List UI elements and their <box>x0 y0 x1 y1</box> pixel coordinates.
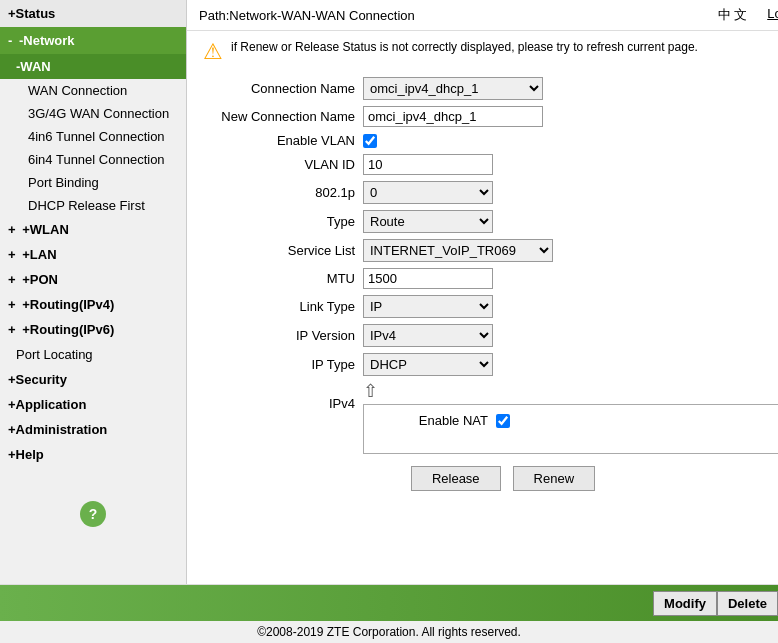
sidebar-item-lan[interactable]: +LAN <box>0 242 186 267</box>
sidebar-item-4in6[interactable]: 4in6 Tunnel Connection <box>0 125 186 148</box>
sidebar-item-routing-ipv4[interactable]: +Routing(IPv4) <box>0 292 186 317</box>
vlan-8021p-row: 802.1p 0 1 2 3 <box>203 181 778 204</box>
sidebar-6in4-label: 6in4 Tunnel Connection <box>28 152 165 167</box>
vlan-id-label: VLAN ID <box>203 157 363 172</box>
sidebar-item-status[interactable]: +Status <box>0 0 186 27</box>
sidebar-network-label: -Network <box>19 33 75 48</box>
sidebar-item-port-binding[interactable]: Port Binding <box>0 171 186 194</box>
footer-green-bar: Modify Delete <box>0 585 778 621</box>
enable-vlan-checkbox[interactable] <box>363 134 377 148</box>
vlan-id-row: VLAN ID <box>203 154 778 175</box>
type-row: Type Route Bridge <box>203 210 778 233</box>
sidebar-help-label: +Help <box>8 447 44 462</box>
warning-box: ⚠ if Renew or Release Status is not corr… <box>203 39 778 65</box>
sidebar-item-pon[interactable]: +PON <box>0 267 186 292</box>
action-buttons: Release Renew <box>203 466 778 491</box>
new-connection-name-label: New Connection Name <box>203 109 363 124</box>
service-list-row: Service List INTERNET_VoIP_TR069 <box>203 239 778 262</box>
vlan-8021p-label: 802.1p <box>203 185 363 200</box>
ip-version-select[interactable]: IPv4 IPv6 <box>363 324 493 347</box>
sidebar-item-port-locating[interactable]: Port Locating <box>0 342 186 367</box>
link-type-select[interactable]: IP PPPoE <box>363 295 493 318</box>
language-switch[interactable]: 中 文 <box>718 6 748 24</box>
sidebar-dhcp-release-label: DHCP Release First <box>28 198 145 213</box>
sidebar-lan-label: +LAN <box>22 247 56 262</box>
ipv4-section: Enable NAT <box>363 404 778 454</box>
ipv4-collapse-arrow[interactable]: ⇧ <box>363 381 378 401</box>
link-type-label: Link Type <box>203 299 363 314</box>
enable-nat-row: Enable NAT <box>376 413 778 428</box>
sidebar-item-routing-ipv6[interactable]: +Routing(IPv6) <box>0 317 186 342</box>
breadcrumb: Path:Network-WAN-WAN Connection <box>199 8 415 23</box>
enable-nat-label: Enable NAT <box>376 413 496 428</box>
release-button[interactable]: Release <box>411 466 501 491</box>
vlan-8021p-select[interactable]: 0 1 2 3 <box>363 181 493 204</box>
sidebar-security-label: +Security <box>8 372 67 387</box>
sidebar-3g4g-label: 3G/4G WAN Connection <box>28 106 169 121</box>
link-type-row: Link Type IP PPPoE <box>203 295 778 318</box>
sidebar-wan-label: -WAN <box>16 59 51 74</box>
delete-button[interactable]: Delete <box>717 591 778 616</box>
sidebar-pon-label: +PON <box>22 272 58 287</box>
warning-icon: ⚠ <box>203 39 223 65</box>
enable-vlan-label: Enable VLAN <box>203 133 363 148</box>
ip-type-row: IP Type DHCP Static <box>203 353 778 376</box>
sidebar-item-network[interactable]: -Network <box>0 27 186 54</box>
footer: Modify Delete ©2008-2019 ZTE Corporation… <box>0 584 778 643</box>
footer-copyright: ©2008-2019 ZTE Corporation. All rights r… <box>0 621 778 643</box>
sidebar-item-wan-connection[interactable]: WAN Connection <box>0 79 186 102</box>
sidebar-item-help[interactable]: +Help <box>0 442 186 467</box>
service-list-label: Service List <box>203 243 363 258</box>
new-connection-name-input[interactable] <box>363 106 543 127</box>
ip-type-label: IP Type <box>203 357 363 372</box>
type-label: Type <box>203 214 363 229</box>
new-connection-name-row: New Connection Name <box>203 106 778 127</box>
footer-action-buttons: Modify Delete <box>653 591 778 616</box>
sidebar-port-binding-label: Port Binding <box>28 175 99 190</box>
form-section: Connection Name omci_ipv4_dhcp_1 New Con… <box>203 77 778 491</box>
sidebar-item-administration[interactable]: +Administration <box>0 417 186 442</box>
logout-button[interactable]: Logout <box>767 6 778 24</box>
sidebar-item-3g4g[interactable]: 3G/4G WAN Connection <box>0 102 186 125</box>
help-circle-button[interactable]: ? <box>80 501 106 527</box>
sidebar-status-label: +Status <box>8 6 55 21</box>
mtu-row: MTU <box>203 268 778 289</box>
sidebar-wan-connection-label: WAN Connection <box>28 83 127 98</box>
mtu-input[interactable] <box>363 268 493 289</box>
sidebar-item-application[interactable]: +Application <box>0 392 186 417</box>
modify-button[interactable]: Modify <box>653 591 717 616</box>
enable-vlan-row: Enable VLAN <box>203 133 778 148</box>
warning-text: if Renew or Release Status is not correc… <box>231 39 698 56</box>
ipv4-section-label: IPv4 <box>203 382 363 411</box>
connection-name-select[interactable]: omci_ipv4_dhcp_1 <box>363 77 543 100</box>
ip-version-label: IP Version <box>203 328 363 343</box>
sidebar-routing-ipv4-label: +Routing(IPv4) <box>22 297 114 312</box>
sidebar-administration-label: +Administration <box>8 422 107 437</box>
renew-button[interactable]: Renew <box>513 466 595 491</box>
ip-version-row: IP Version IPv4 IPv6 <box>203 324 778 347</box>
vlan-id-input[interactable] <box>363 154 493 175</box>
sidebar-item-6in4[interactable]: 6in4 Tunnel Connection <box>0 148 186 171</box>
sidebar-port-locating-label: Port Locating <box>16 347 93 362</box>
sidebar-4in6-label: 4in6 Tunnel Connection <box>28 129 165 144</box>
ip-type-select[interactable]: DHCP Static <box>363 353 493 376</box>
enable-nat-checkbox[interactable] <box>496 414 510 428</box>
connection-name-row: Connection Name omci_ipv4_dhcp_1 <box>203 77 778 100</box>
sidebar-application-label: +Application <box>8 397 86 412</box>
connection-name-label: Connection Name <box>203 81 363 96</box>
sidebar-routing-ipv6-label: +Routing(IPv6) <box>22 322 114 337</box>
sidebar-item-wan[interactable]: -WAN <box>0 54 186 79</box>
page-header: Path:Network-WAN-WAN Connection 中 文 Logo… <box>187 0 778 31</box>
mtu-label: MTU <box>203 271 363 286</box>
sidebar: +Status -Network -WAN WAN Connection 3G/… <box>0 0 187 584</box>
sidebar-wlan-label: +WLAN <box>22 222 69 237</box>
sidebar-item-security[interactable]: +Security <box>0 367 186 392</box>
sidebar-item-wlan[interactable]: +WLAN <box>0 217 186 242</box>
sidebar-item-dhcp-release[interactable]: DHCP Release First <box>0 194 186 217</box>
type-select[interactable]: Route Bridge <box>363 210 493 233</box>
main-content: ⚠ if Renew or Release Status is not corr… <box>187 31 778 584</box>
service-list-select[interactable]: INTERNET_VoIP_TR069 <box>363 239 553 262</box>
